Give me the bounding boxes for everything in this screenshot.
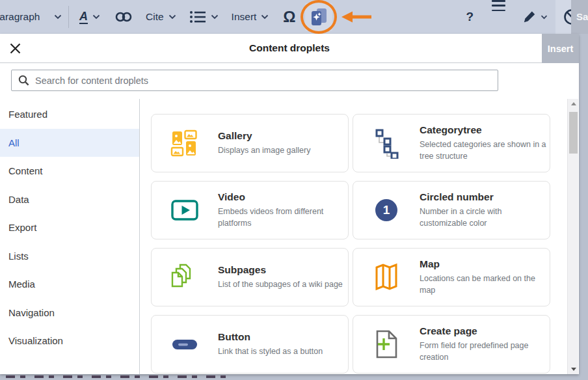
card-description: Number in a circle with customizable col… (420, 206, 550, 229)
category-label: Lists (8, 251, 29, 262)
category-item-lists[interactable]: Lists (0, 242, 139, 271)
chevron-down-icon (211, 14, 219, 20)
category-item-all[interactable]: All (0, 129, 139, 157)
paragraph-format-label: Paragraph (0, 11, 49, 23)
category-sidebar: Featured All Content Data Export Lists M… (0, 99, 140, 374)
chevron-down-icon (92, 14, 100, 20)
droplet-card-categorytree[interactable]: Categorytree Selected categories are sho… (353, 114, 550, 172)
droplet-card-video[interactable]: Video Embeds videos from different platf… (151, 181, 349, 239)
create-page-icon (368, 329, 405, 360)
bullet-list-icon (189, 10, 206, 24)
category-item-export[interactable]: Export (0, 213, 139, 242)
chevron-down-icon (54, 14, 62, 20)
toolbar-right-group: ? (457, 0, 588, 34)
card-title: Video (218, 191, 348, 203)
clipped-background-text (6, 375, 234, 378)
card-description: Displays an image gallery (218, 144, 348, 156)
edit-pencil-icon (522, 10, 537, 24)
search-box (11, 70, 498, 91)
chevron-down-icon (541, 15, 548, 20)
search-input[interactable] (35, 70, 498, 90)
dialog-insert-button[interactable]: Insert (542, 34, 579, 63)
content-droplets-dialog: Content droplets Insert Featured All Con… (0, 34, 579, 374)
search-row (0, 63, 579, 99)
droplet-card-gallery[interactable]: Gallery Displays an image gallery (151, 114, 349, 172)
circled-number-icon: 1 (368, 195, 405, 226)
list-structure-dropdown[interactable] (187, 0, 221, 34)
card-title: Categorytree (420, 124, 550, 136)
card-title: Subpages (218, 264, 348, 276)
scroll-up-icon (571, 102, 576, 105)
categorytree-icon (368, 128, 405, 159)
card-description: Embeds videos from different platforms (218, 206, 348, 229)
card-title: Map (420, 258, 550, 270)
scrollbar-thumb[interactable] (569, 112, 578, 154)
page-options-menu-button[interactable] (483, 0, 514, 34)
dialog-title: Content droplets (0, 42, 579, 54)
category-item-content[interactable]: Content (0, 157, 139, 185)
chevron-down-icon (261, 14, 269, 20)
cite-dropdown[interactable]: Cite (143, 0, 179, 34)
button-icon (166, 329, 204, 360)
droplet-card-subpages[interactable]: Subpages List of the subpages of a wiki … (151, 248, 349, 306)
droplet-card-circled-number[interactable]: 1 Circled number Number in a circle with… (353, 181, 550, 239)
menu-icon (492, 0, 505, 11)
special-character-icon: Ω (283, 8, 295, 26)
category-label: Export (8, 222, 36, 233)
search-icon (18, 75, 29, 86)
link-button[interactable] (112, 0, 135, 34)
gallery-icon (166, 128, 204, 158)
category-item-navigation[interactable]: Navigation (0, 299, 139, 327)
chevron-down-icon (168, 14, 176, 20)
card-title: Circled number (420, 191, 550, 203)
cards-grid: Gallery Displays an image gallery Catego… (151, 114, 550, 373)
card-description: Selected categories are shown in a tree … (420, 139, 550, 162)
dialog-body: Featured All Content Data Export Lists M… (0, 99, 579, 374)
droplet-card-button[interactable]: Button Link that is styled as a button (151, 315, 349, 373)
content-droplets-icon (309, 7, 328, 27)
droplet-card-map[interactable]: Map Locations can be marked on the map (353, 248, 550, 306)
help-icon: ? (466, 10, 474, 24)
card-description: Locations can be marked on the map (420, 273, 550, 296)
card-title: Create page (420, 325, 550, 337)
vertical-scrollbar[interactable] (567, 99, 578, 374)
subpages-icon (166, 261, 204, 293)
dialog-header: Content droplets Insert (0, 34, 579, 63)
text-style-dropdown[interactable]: A (77, 0, 103, 34)
insert-label: Insert (232, 11, 257, 23)
close-dialog-button[interactable] (0, 34, 30, 63)
scroll-down-button[interactable] (568, 364, 579, 374)
cite-label: Cite (146, 11, 164, 23)
category-label: Visualization (8, 335, 63, 346)
card-description: List of the subpages of a wiki page (218, 278, 348, 290)
category-item-data[interactable]: Data (0, 185, 139, 214)
insert-dropdown[interactable]: Insert (229, 0, 272, 34)
toolbar-separator (68, 6, 69, 28)
category-item-featured[interactable]: Featured (0, 100, 139, 129)
text-style-icon: A (79, 10, 88, 24)
card-title: Gallery (218, 130, 348, 142)
category-label: Content (8, 165, 43, 176)
scroll-up-button[interactable] (568, 99, 579, 109)
category-label: Navigation (8, 307, 55, 318)
paragraph-format-dropdown[interactable]: Paragraph (0, 0, 64, 34)
help-button[interactable]: ? (457, 0, 483, 34)
special-character-button[interactable]: Ω (280, 0, 298, 34)
link-icon (114, 10, 133, 23)
editing-mode-dropdown[interactable] (514, 0, 555, 34)
card-description: Link that is styled as a button (218, 346, 348, 357)
category-label: Data (8, 194, 29, 205)
content-droplets-toolbar-group (305, 3, 332, 31)
card-title: Button (218, 331, 348, 343)
save-button[interactable]: Save (571, 0, 588, 34)
close-icon (10, 43, 21, 54)
category-item-visualization[interactable]: Visualization (0, 327, 139, 355)
video-icon (166, 195, 204, 226)
content-droplets-button[interactable] (305, 3, 332, 31)
editor-toolbar: Paragraph A Cite Insert Ω (0, 0, 588, 34)
droplet-card-create-page[interactable]: Create page Form field for predefined pa… (353, 315, 550, 373)
category-label: Media (8, 278, 35, 290)
map-icon (368, 262, 405, 293)
category-label: Featured (8, 109, 47, 120)
category-item-media[interactable]: Media (0, 270, 139, 299)
